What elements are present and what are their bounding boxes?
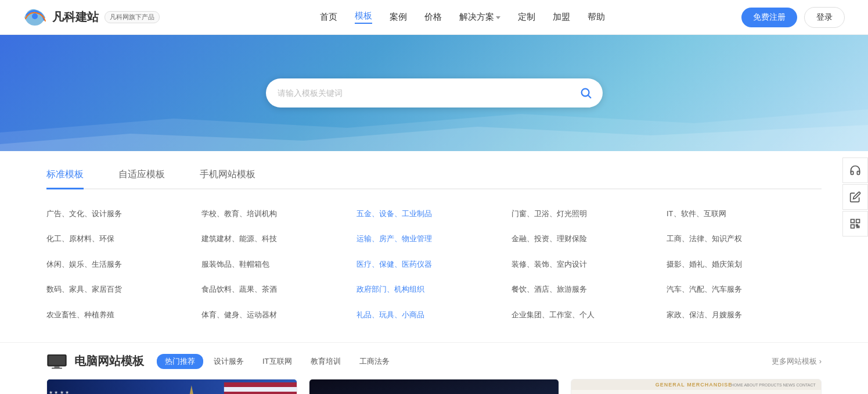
svg-line-2 xyxy=(588,95,590,98)
register-button[interactable]: 免费注册 xyxy=(741,8,797,27)
svg-rect-4 xyxy=(49,356,66,365)
category-item[interactable]: IT、软件、互联网 xyxy=(667,203,822,224)
svg-rect-46 xyxy=(856,220,860,223)
svg-rect-13 xyxy=(224,382,297,387)
svg-text:HOME  ABOUT  PRODUCTS  NEWS  C: HOME ABOUT PRODUCTS NEWS CONTACT xyxy=(731,383,816,387)
search-box xyxy=(266,78,603,108)
category-item[interactable]: 广告、文化、设计服务 xyxy=(46,203,201,224)
category-item[interactable]: 工商、法律、知识产权 xyxy=(667,228,822,249)
search-input[interactable] xyxy=(278,88,575,98)
template-tabs: 标准模板 自适应模板 手机网站模板 xyxy=(46,163,822,189)
svg-rect-5 xyxy=(55,366,60,368)
svg-rect-45 xyxy=(851,220,855,223)
svg-text:★ ★ ★ ★ ★ ★: ★ ★ ★ ★ ★ ★ xyxy=(47,390,69,394)
category-item[interactable]: 学校、教育、培训机构 xyxy=(201,203,356,224)
svg-text:GENERAL MERCHANDISE: GENERAL MERCHANDISE xyxy=(655,382,732,388)
chevron-right-icon: › xyxy=(819,357,822,366)
category-item[interactable]: 休闲、娱乐、生活服务 xyxy=(46,254,201,274)
section-divider xyxy=(0,342,868,343)
category-item[interactable]: 门窗、卫浴、灯光照明 xyxy=(512,203,667,224)
main-nav: 首页 模板 案例 价格 解决方案 定制 加盟 帮助 xyxy=(183,10,741,24)
nav-join[interactable]: 加盟 xyxy=(553,12,570,23)
main-content: 标准模板 自适应模板 手机网站模板 广告、文化、设计服务 学校、教育、培训机构 … xyxy=(0,151,868,394)
category-item[interactable]: 礼品、玩具、小商品 xyxy=(356,305,512,325)
category-item[interactable]: 汽车、汽配、汽车服务 xyxy=(667,279,822,299)
category-item[interactable]: 餐饮、酒店、旅游服务 xyxy=(512,279,667,299)
logo-text: 凡科建站 xyxy=(52,9,99,25)
sidebar-tools xyxy=(842,157,868,237)
template-card-immigration[interactable]: ★ ★ ★ ★ ★ ★ ★ ★ ★ ★ ★ ★ ★ 移民服务 xyxy=(46,379,297,394)
desktop-section-title: 电脑网站模板 xyxy=(74,353,144,369)
nav-template[interactable]: 模板 xyxy=(355,10,372,24)
monitor-icon xyxy=(46,353,67,370)
category-item[interactable]: 摄影、婚礼、婚庆策划 xyxy=(667,254,822,274)
header: 凡科建站 凡科网旗下产品 首页 模板 案例 价格 解决方案 定制 加盟 帮助 免… xyxy=(0,0,868,35)
tab-standard[interactable]: 标准模板 xyxy=(46,163,84,189)
category-item[interactable]: 食品饮料、蔬果、茶酒 xyxy=(201,279,356,299)
category-item[interactable]: 五金、设备、工业制品 xyxy=(356,203,512,224)
filter-tab-biz[interactable]: 工商法务 xyxy=(351,354,398,369)
category-item[interactable]: 化工、原材料、环保 xyxy=(46,228,201,249)
filter-tab-hot[interactable]: 热门推荐 xyxy=(157,354,203,369)
nav-case[interactable]: 案例 xyxy=(390,12,407,23)
template-card-merchandise[interactable]: GENERAL MERCHANDISE HOME ABOUT PRODUCTS … xyxy=(571,379,822,394)
logo-tag: 凡科网旗下产品 xyxy=(105,11,160,23)
category-item[interactable]: 装修、装饰、室内设计 xyxy=(512,254,667,274)
hero-banner xyxy=(0,35,868,151)
category-item[interactable]: 数码、家具、家居百货 xyxy=(46,279,201,299)
search-icon xyxy=(579,87,592,99)
svg-point-0 xyxy=(32,13,38,19)
category-item[interactable]: 运输、房产、物业管理 xyxy=(356,228,512,249)
category-item[interactable]: 家政、保洁、月嫂服务 xyxy=(667,305,822,325)
template-cards-grid: ★ ★ ★ ★ ★ ★ ★ ★ ★ ★ ★ ★ ★ 移民服务 xyxy=(46,379,822,394)
tab-responsive[interactable]: 自适应模板 xyxy=(118,163,165,189)
edit-button[interactable] xyxy=(842,184,868,210)
category-item[interactable]: 建筑建材、能源、科技 xyxy=(201,228,356,249)
filter-tab-edu[interactable]: 教育培训 xyxy=(302,354,349,369)
qr-code-icon xyxy=(849,218,861,230)
section-filter-tabs: 热门推荐 设计服务 IT互联网 教育培训 工商法务 xyxy=(157,354,398,369)
nav-custom[interactable]: 定制 xyxy=(518,12,535,23)
svg-rect-14 xyxy=(224,387,297,392)
nav-home[interactable]: 首页 xyxy=(320,12,337,23)
tab-mobile[interactable]: 手机网站模板 xyxy=(200,163,255,189)
card1-background: ★ ★ ★ ★ ★ ★ ★ ★ ★ ★ ★ ★ ★ 移民服务 xyxy=(47,379,297,394)
merchandise-scene: GENERAL MERCHANDISE HOME ABOUT PRODUCTS … xyxy=(571,379,821,394)
header-actions: 免费注册 登录 xyxy=(741,7,845,28)
logo-icon xyxy=(23,7,46,28)
chevron-down-icon xyxy=(496,16,500,19)
nav-help[interactable]: 帮助 xyxy=(588,12,605,23)
category-item[interactable]: 金融、投资、理财保险 xyxy=(512,228,667,249)
card-preview-sunglasses: SUNGLASSES FAMILY DELICACY ‹ › xyxy=(309,379,559,394)
card-preview-merchandise: GENERAL MERCHANDISE HOME ABOUT PRODUCTS … xyxy=(571,379,821,394)
qr-code-button[interactable] xyxy=(842,211,868,237)
svg-rect-20 xyxy=(309,379,559,394)
nav-price[interactable]: 价格 xyxy=(424,12,442,23)
category-item[interactable]: 服装饰品、鞋帽箱包 xyxy=(201,254,356,274)
card-preview-immigration: ★ ★ ★ ★ ★ ★ ★ ★ ★ ★ ★ ★ ★ 移民服务 xyxy=(47,379,297,394)
template-card-sunglasses[interactable]: SUNGLASSES FAMILY DELICACY ‹ › xyxy=(309,379,560,394)
nav-solution[interactable]: 解决方案 xyxy=(459,12,500,23)
desktop-section-header: 电脑网站模板 热门推荐 设计服务 IT互联网 教育培训 工商法务 更多网站模板 … xyxy=(46,353,822,370)
svg-rect-6 xyxy=(52,368,62,369)
sunglasses-scene: SUNGLASSES FAMILY DELICACY xyxy=(309,379,559,394)
category-item[interactable]: 政府部门、机构组织 xyxy=(356,279,512,299)
pencil-icon xyxy=(849,191,861,203)
immigration-scene: ★ ★ ★ ★ ★ ★ ★ ★ ★ ★ ★ ★ ★ 移民服务 xyxy=(47,379,297,394)
customer-service-button[interactable] xyxy=(842,157,868,183)
login-button[interactable]: 登录 xyxy=(804,7,845,28)
search-button[interactable] xyxy=(575,82,597,104)
headphone-icon xyxy=(849,164,861,176)
logo-area: 凡科建站 凡科网旗下产品 xyxy=(23,7,160,28)
more-templates-link[interactable]: 更多网站模板 › xyxy=(772,356,822,367)
category-item[interactable]: 农业畜性、种植养殖 xyxy=(46,305,201,325)
filter-tab-design[interactable]: 设计服务 xyxy=(206,354,252,369)
card2-background: SUNGLASSES FAMILY DELICACY xyxy=(309,379,559,394)
category-item[interactable]: 体育、健身、运动器材 xyxy=(201,305,356,325)
card3-background: GENERAL MERCHANDISE HOME ABOUT PRODUCTS … xyxy=(571,379,821,394)
category-item[interactable]: 医疗、保健、医药仪器 xyxy=(356,254,512,274)
svg-rect-15 xyxy=(224,392,297,394)
category-grid: 广告、文化、设计服务 学校、教育、培训机构 五金、设备、工业制品 门窗、卫浴、灯… xyxy=(46,203,822,325)
filter-tab-it[interactable]: IT互联网 xyxy=(254,354,300,369)
category-item[interactable]: 企业集团、工作室、个人 xyxy=(512,305,667,325)
